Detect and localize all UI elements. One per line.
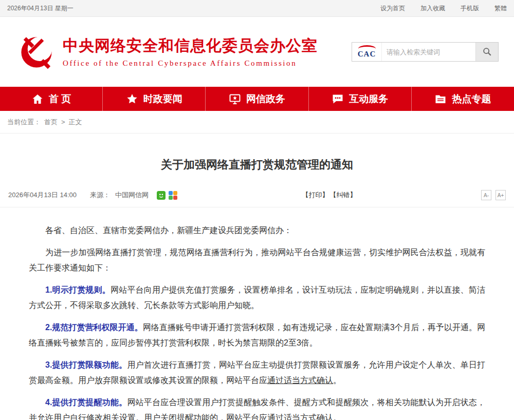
- nav-item-label: 首 页: [49, 92, 71, 106]
- breadcrumb-current: 正文: [69, 118, 82, 127]
- nav-item-label: 时政要闻: [143, 92, 182, 106]
- topbar: 2026年04月13日 星期一 设为首页 加入收藏 手机版 繁體: [0, 0, 514, 17]
- more-share-icon[interactable]: [169, 191, 177, 200]
- paragraph-underlined-text: 通过适当方式确认: [267, 413, 333, 420]
- current-date: 2026年04月13日 星期一: [7, 4, 74, 13]
- breadcrumb-home-link[interactable]: 首页: [44, 118, 58, 127]
- paragraph-lead: 3.提供打赏限额功能。: [45, 360, 127, 369]
- nav-item-egov[interactable]: 网信政务: [205, 87, 308, 111]
- print-button[interactable]: 【打印】: [302, 190, 328, 200]
- party-emblem-icon: [17, 33, 56, 71]
- star-icon: [126, 93, 138, 105]
- add-favorite-link[interactable]: 加入收藏: [420, 4, 445, 13]
- nav-item-topics[interactable]: 热点专题: [411, 87, 514, 111]
- monitor-icon: [229, 93, 241, 105]
- article-body: 各省、自治区、直辖市党委网信办，新疆生产建设兵团党委网信办： 为进一步加强网络直…: [0, 207, 514, 420]
- cac-logo-arc-icon: [358, 45, 376, 52]
- site-title: 中央网络安全和信息化委员会办公室: [63, 36, 318, 55]
- site-header: 中央网络安全和信息化委员会办公室 Office of the Central C…: [0, 17, 514, 87]
- search-button[interactable]: [475, 43, 498, 61]
- breadcrumb-label: 当前位置：: [7, 118, 41, 127]
- cac-logo: CAC: [352, 43, 382, 61]
- breadcrumb-separator: >: [61, 118, 65, 126]
- nav-item-news[interactable]: 时政要闻: [102, 87, 205, 111]
- nav-item-label: 互动服务: [349, 92, 388, 106]
- font-smaller-button[interactable]: A-: [481, 190, 491, 200]
- nav-item-label: 热点专题: [452, 92, 491, 106]
- paragraph-item-1: 1.明示打赏规则。网站平台向用户提供充值打赏服务，设置榜单排名，设计互动玩法，应…: [29, 282, 485, 313]
- home-icon: [31, 93, 44, 105]
- paragraph-tail: 。: [333, 376, 341, 385]
- paragraph-intro: 为进一步加强网络直播打赏管理，规范网络直播营利行为，推动网站平台合规健康运营，切…: [29, 245, 485, 276]
- page: 2026年04月13日 星期一 设为首页 加入收藏 手机版 繁體 中央网络安全和…: [0, 0, 514, 420]
- font-larger-button[interactable]: A+: [495, 190, 506, 200]
- paragraph-lead: 1.明示打赏规则。: [45, 285, 111, 294]
- search-input[interactable]: [382, 43, 475, 61]
- meta-actions: 【打印】 【纠错】: [302, 190, 356, 200]
- paragraph-text: 为进一步加强网络直播打赏管理，规范网络直播营利行为，推动网站平台合规健康运营，切…: [29, 248, 485, 272]
- chat-icon: [332, 93, 344, 105]
- source-label: 来源：: [90, 190, 110, 200]
- meta-left: 2026年04月13日 14:00 来源： 中国网信网: [8, 190, 177, 200]
- article: 关于加强网络直播打赏规范管理的通知 2026年04月13日 14:00 来源： …: [0, 157, 514, 420]
- search-box: CAC: [352, 42, 499, 62]
- nav-item-interactive[interactable]: 互动服务: [308, 87, 411, 111]
- site-titles: 中央网络安全和信息化委员会办公室 Office of the Central C…: [63, 36, 318, 68]
- search-icon: [482, 47, 492, 57]
- paragraph-item-3: 3.提供打赏限额功能。用户首次进行直播打赏，网站平台应主动提供打赏限额设置服务，…: [29, 357, 485, 388]
- folder-icon: [434, 93, 447, 105]
- paragraph-lead: 2.规范打赏营利权限开通。: [45, 323, 143, 332]
- paragraph-lead: 4.提供打赏提醒功能。: [45, 398, 127, 407]
- paragraph-salutation: 各省、自治区、直辖市党委网信办，新疆生产建设兵团党委网信办：: [29, 223, 485, 238]
- publish-datetime: 2026年04月13日 14:00: [8, 190, 77, 200]
- correct-button[interactable]: 【纠错】: [329, 190, 356, 200]
- paragraph-item-4: 4.提供打赏提醒功能。网站平台应合理设置用户打赏提醒触发条件、提醒方式和提醒频次…: [29, 395, 485, 420]
- set-homepage-link[interactable]: 设为首页: [380, 4, 405, 13]
- article-title: 关于加强网络直播打赏规范管理的通知: [21, 157, 493, 173]
- font-size-buttons: A- A+: [481, 190, 506, 200]
- site-subtitle: Office of the Central Cyberspace Affairs…: [63, 59, 318, 68]
- site-logo[interactable]: 中央网络安全和信息化委员会办公室 Office of the Central C…: [17, 33, 318, 71]
- nav-item-label: 网信政务: [246, 92, 285, 106]
- breadcrumb: 当前位置： 首页 > 正文: [0, 111, 514, 133]
- paragraph-item-2: 2.规范打赏营利权限开通。网络直播账号申请开通打赏营利权限，如有违规记录，应在处…: [29, 320, 485, 351]
- wechat-share-icon[interactable]: [157, 191, 166, 200]
- paragraph-underlined-text: 通过适当方式确认: [267, 376, 333, 385]
- source-link[interactable]: 中国网信网: [115, 190, 149, 200]
- paragraph-tail: 。: [333, 413, 341, 420]
- article-meta: 2026年04月13日 14:00 来源： 中国网信网: [0, 190, 514, 207]
- topbar-links: 设为首页 加入收藏 手机版 繁體: [380, 4, 507, 13]
- paragraph-text: 各省、自治区、直辖市党委网信办，新疆生产建设兵团党委网信办：: [45, 226, 292, 235]
- nav-item-home[interactable]: 首 页: [0, 87, 102, 111]
- traditional-chinese-link[interactable]: 繁體: [494, 4, 507, 13]
- mobile-version-link[interactable]: 手机版: [461, 4, 479, 13]
- share-icons: [157, 191, 177, 200]
- main-nav: 首 页 时政要闻 网信政务 互动服务: [0, 87, 514, 111]
